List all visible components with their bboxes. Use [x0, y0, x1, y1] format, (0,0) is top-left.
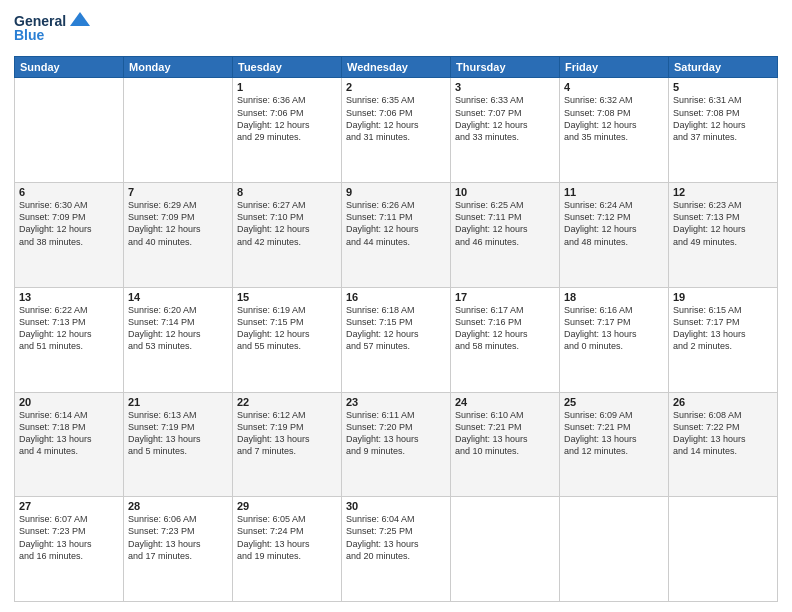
day-info: Sunrise: 6:23 AM Sunset: 7:13 PM Dayligh… [673, 199, 773, 248]
day-cell: 21Sunrise: 6:13 AM Sunset: 7:19 PM Dayli… [124, 392, 233, 497]
day-info: Sunrise: 6:30 AM Sunset: 7:09 PM Dayligh… [19, 199, 119, 248]
day-header-thursday: Thursday [451, 57, 560, 78]
day-cell: 27Sunrise: 6:07 AM Sunset: 7:23 PM Dayli… [15, 497, 124, 602]
day-number: 6 [19, 186, 119, 198]
day-number: 14 [128, 291, 228, 303]
day-cell: 25Sunrise: 6:09 AM Sunset: 7:21 PM Dayli… [560, 392, 669, 497]
day-info: Sunrise: 6:11 AM Sunset: 7:20 PM Dayligh… [346, 409, 446, 458]
day-cell: 28Sunrise: 6:06 AM Sunset: 7:23 PM Dayli… [124, 497, 233, 602]
calendar: SundayMondayTuesdayWednesdayThursdayFrid… [14, 56, 778, 602]
day-number: 30 [346, 500, 446, 512]
day-number: 18 [564, 291, 664, 303]
header-row: SundayMondayTuesdayWednesdayThursdayFrid… [15, 57, 778, 78]
day-cell: 16Sunrise: 6:18 AM Sunset: 7:15 PM Dayli… [342, 287, 451, 392]
day-header-tuesday: Tuesday [233, 57, 342, 78]
day-number: 27 [19, 500, 119, 512]
day-cell: 14Sunrise: 6:20 AM Sunset: 7:14 PM Dayli… [124, 287, 233, 392]
day-number: 20 [19, 396, 119, 408]
day-cell: 12Sunrise: 6:23 AM Sunset: 7:13 PM Dayli… [669, 183, 778, 288]
day-cell: 5Sunrise: 6:31 AM Sunset: 7:08 PM Daylig… [669, 78, 778, 183]
day-info: Sunrise: 6:33 AM Sunset: 7:07 PM Dayligh… [455, 94, 555, 143]
day-info: Sunrise: 6:35 AM Sunset: 7:06 PM Dayligh… [346, 94, 446, 143]
day-number: 2 [346, 81, 446, 93]
day-number: 28 [128, 500, 228, 512]
week-row-3: 13Sunrise: 6:22 AM Sunset: 7:13 PM Dayli… [15, 287, 778, 392]
day-info: Sunrise: 6:09 AM Sunset: 7:21 PM Dayligh… [564, 409, 664, 458]
day-cell: 19Sunrise: 6:15 AM Sunset: 7:17 PM Dayli… [669, 287, 778, 392]
day-cell: 1Sunrise: 6:36 AM Sunset: 7:06 PM Daylig… [233, 78, 342, 183]
day-cell [451, 497, 560, 602]
day-number: 8 [237, 186, 337, 198]
day-header-sunday: Sunday [15, 57, 124, 78]
day-info: Sunrise: 6:04 AM Sunset: 7:25 PM Dayligh… [346, 513, 446, 562]
day-info: Sunrise: 6:19 AM Sunset: 7:15 PM Dayligh… [237, 304, 337, 353]
day-cell: 30Sunrise: 6:04 AM Sunset: 7:25 PM Dayli… [342, 497, 451, 602]
logo: General Blue [14, 10, 94, 50]
day-cell: 7Sunrise: 6:29 AM Sunset: 7:09 PM Daylig… [124, 183, 233, 288]
day-number: 24 [455, 396, 555, 408]
day-number: 25 [564, 396, 664, 408]
day-header-friday: Friday [560, 57, 669, 78]
day-cell: 29Sunrise: 6:05 AM Sunset: 7:24 PM Dayli… [233, 497, 342, 602]
day-info: Sunrise: 6:07 AM Sunset: 7:23 PM Dayligh… [19, 513, 119, 562]
day-number: 29 [237, 500, 337, 512]
day-cell [560, 497, 669, 602]
day-cell: 20Sunrise: 6:14 AM Sunset: 7:18 PM Dayli… [15, 392, 124, 497]
day-cell: 6Sunrise: 6:30 AM Sunset: 7:09 PM Daylig… [15, 183, 124, 288]
day-info: Sunrise: 6:18 AM Sunset: 7:15 PM Dayligh… [346, 304, 446, 353]
day-cell: 2Sunrise: 6:35 AM Sunset: 7:06 PM Daylig… [342, 78, 451, 183]
day-number: 23 [346, 396, 446, 408]
day-number: 11 [564, 186, 664, 198]
day-info: Sunrise: 6:27 AM Sunset: 7:10 PM Dayligh… [237, 199, 337, 248]
day-cell: 8Sunrise: 6:27 AM Sunset: 7:10 PM Daylig… [233, 183, 342, 288]
day-cell: 26Sunrise: 6:08 AM Sunset: 7:22 PM Dayli… [669, 392, 778, 497]
day-number: 26 [673, 396, 773, 408]
day-info: Sunrise: 6:31 AM Sunset: 7:08 PM Dayligh… [673, 94, 773, 143]
day-number: 13 [19, 291, 119, 303]
day-info: Sunrise: 6:20 AM Sunset: 7:14 PM Dayligh… [128, 304, 228, 353]
day-cell: 4Sunrise: 6:32 AM Sunset: 7:08 PM Daylig… [560, 78, 669, 183]
header: General Blue [14, 10, 778, 50]
day-header-wednesday: Wednesday [342, 57, 451, 78]
week-row-1: 1Sunrise: 6:36 AM Sunset: 7:06 PM Daylig… [15, 78, 778, 183]
day-number: 1 [237, 81, 337, 93]
day-number: 12 [673, 186, 773, 198]
week-row-4: 20Sunrise: 6:14 AM Sunset: 7:18 PM Dayli… [15, 392, 778, 497]
day-cell: 18Sunrise: 6:16 AM Sunset: 7:17 PM Dayli… [560, 287, 669, 392]
page: General Blue SundayMondayTuesdayWednesda… [0, 0, 792, 612]
day-info: Sunrise: 6:16 AM Sunset: 7:17 PM Dayligh… [564, 304, 664, 353]
day-number: 9 [346, 186, 446, 198]
day-info: Sunrise: 6:22 AM Sunset: 7:13 PM Dayligh… [19, 304, 119, 353]
day-cell: 3Sunrise: 6:33 AM Sunset: 7:07 PM Daylig… [451, 78, 560, 183]
day-number: 10 [455, 186, 555, 198]
day-info: Sunrise: 6:13 AM Sunset: 7:19 PM Dayligh… [128, 409, 228, 458]
week-row-2: 6Sunrise: 6:30 AM Sunset: 7:09 PM Daylig… [15, 183, 778, 288]
day-info: Sunrise: 6:32 AM Sunset: 7:08 PM Dayligh… [564, 94, 664, 143]
day-number: 3 [455, 81, 555, 93]
day-info: Sunrise: 6:12 AM Sunset: 7:19 PM Dayligh… [237, 409, 337, 458]
day-info: Sunrise: 6:17 AM Sunset: 7:16 PM Dayligh… [455, 304, 555, 353]
logo-text: General Blue [14, 10, 94, 50]
day-number: 15 [237, 291, 337, 303]
day-info: Sunrise: 6:08 AM Sunset: 7:22 PM Dayligh… [673, 409, 773, 458]
day-number: 19 [673, 291, 773, 303]
day-cell: 22Sunrise: 6:12 AM Sunset: 7:19 PM Dayli… [233, 392, 342, 497]
day-info: Sunrise: 6:06 AM Sunset: 7:23 PM Dayligh… [128, 513, 228, 562]
day-number: 4 [564, 81, 664, 93]
day-cell [669, 497, 778, 602]
day-number: 16 [346, 291, 446, 303]
day-cell: 9Sunrise: 6:26 AM Sunset: 7:11 PM Daylig… [342, 183, 451, 288]
day-number: 5 [673, 81, 773, 93]
day-cell: 10Sunrise: 6:25 AM Sunset: 7:11 PM Dayli… [451, 183, 560, 288]
day-cell: 17Sunrise: 6:17 AM Sunset: 7:16 PM Dayli… [451, 287, 560, 392]
day-info: Sunrise: 6:24 AM Sunset: 7:12 PM Dayligh… [564, 199, 664, 248]
day-cell [15, 78, 124, 183]
day-number: 21 [128, 396, 228, 408]
day-cell: 23Sunrise: 6:11 AM Sunset: 7:20 PM Dayli… [342, 392, 451, 497]
svg-marker-2 [70, 12, 90, 26]
day-cell: 24Sunrise: 6:10 AM Sunset: 7:21 PM Dayli… [451, 392, 560, 497]
day-info: Sunrise: 6:14 AM Sunset: 7:18 PM Dayligh… [19, 409, 119, 458]
day-header-monday: Monday [124, 57, 233, 78]
week-row-5: 27Sunrise: 6:07 AM Sunset: 7:23 PM Dayli… [15, 497, 778, 602]
day-info: Sunrise: 6:15 AM Sunset: 7:17 PM Dayligh… [673, 304, 773, 353]
